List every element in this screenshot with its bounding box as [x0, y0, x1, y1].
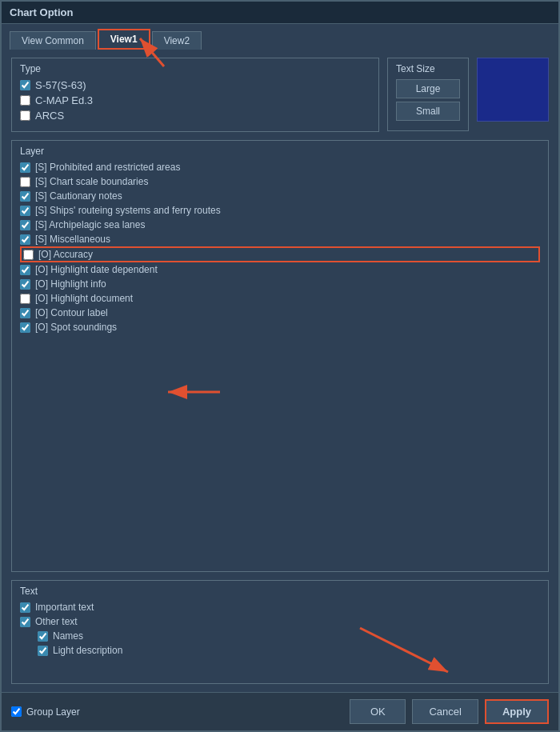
layer-archipelagic-checkbox[interactable] [20, 220, 30, 230]
layer-prohibited-checkbox[interactable] [20, 162, 30, 173]
layer-contour-checkbox[interactable] [20, 308, 30, 318]
layer-chart-scale: [S] Chart scale boundaries [20, 174, 540, 189]
text-list[interactable]: Important text Other text Names Light de… [20, 600, 543, 678]
ok-button[interactable]: OK [350, 699, 406, 724]
bottom-buttons: OK Cancel Apply [350, 699, 549, 724]
type-s57-label: S-57(S-63) [35, 79, 86, 91]
color-preview-box [477, 58, 549, 122]
layer-highlight-doc-label: [O] Highlight document [35, 293, 133, 304]
text-important-label: Important text [35, 602, 94, 613]
group-layer-label: Group Layer [26, 706, 80, 718]
bottom-bar: Group Layer OK Cancel Apply [2, 692, 558, 730]
text-important-checkbox[interactable] [20, 602, 30, 613]
layer-highlight-date-label: [O] Highlight date dependent [35, 264, 158, 275]
text-other-checkbox[interactable] [20, 617, 30, 627]
type-arcs-checkbox[interactable] [20, 110, 30, 121]
type-arcs-row: ARCS [20, 110, 370, 122]
text-light-desc-checkbox[interactable] [38, 646, 48, 656]
text-light-desc: Light description [20, 643, 543, 658]
layer-prohibited-label: [S] Prohibited and restricted areas [35, 162, 180, 173]
layer-spot-soundings: [O] Spot soundings [20, 320, 540, 334]
text-section: Text Important text Other text Names Lig… [11, 580, 549, 684]
layer-miscellaneous: [S] Miscellaneous [20, 232, 540, 246]
tab-bar: View Common View1 View2 [2, 24, 558, 50]
layer-section: Layer [S] Prohibited and restricted area… [11, 140, 549, 572]
layer-highlight-date: [O] Highlight date dependent [20, 262, 540, 277]
layer-accuracy: [O] Accuracy [20, 246, 540, 262]
text-names: Names [20, 629, 543, 643]
large-button[interactable]: Large [396, 79, 460, 98]
text-other-label: Other text [35, 616, 78, 627]
layer-cautionary: [S] Cautionary notes [20, 189, 540, 203]
layer-cautionary-checkbox[interactable] [20, 191, 30, 202]
group-layer-checkbox[interactable] [11, 706, 22, 717]
small-button[interactable]: Small [396, 102, 460, 121]
type-cmap-checkbox[interactable] [20, 95, 30, 106]
cancel-button[interactable]: Cancel [412, 699, 478, 724]
layer-accuracy-checkbox[interactable] [23, 250, 34, 260]
text-important: Important text [20, 600, 543, 614]
tab-view2[interactable]: View2 [152, 31, 202, 50]
tab-view-common[interactable]: View Common [10, 31, 96, 50]
top-section: Type S-57(S-63) C-MAP Ed.3 ARCS Text Siz… [11, 58, 549, 132]
type-arcs-label: ARCS [35, 110, 64, 122]
layer-spot-soundings-label: [O] Spot soundings [35, 322, 117, 333]
type-label: Type [20, 63, 370, 74]
text-size-group: Text Size Large Small [387, 58, 469, 131]
layer-highlight-date-checkbox[interactable] [20, 265, 30, 275]
text-names-checkbox[interactable] [38, 631, 48, 642]
layer-highlight-info: [O] Highlight info [20, 277, 540, 291]
layer-highlight-doc-checkbox[interactable] [20, 294, 30, 304]
layer-spot-soundings-checkbox[interactable] [20, 322, 30, 333]
text-light-desc-label: Light description [53, 645, 122, 656]
main-content: Type S-57(S-63) C-MAP Ed.3 ARCS Text Siz… [2, 50, 558, 692]
type-group: Type S-57(S-63) C-MAP Ed.3 ARCS [11, 58, 379, 132]
layer-archipelagic-label: [S] Archipelagic sea lanes [35, 219, 145, 230]
type-s57-row: S-57(S-63) [20, 79, 370, 91]
layer-chart-scale-label: [S] Chart scale boundaries [35, 176, 148, 187]
layer-contour: [O] Contour label [20, 306, 540, 320]
chart-option-window: Chart Option View Common View1 View2 Typ… [0, 0, 560, 732]
text-size-label: Text Size [396, 63, 460, 74]
layer-chart-scale-checkbox[interactable] [20, 177, 30, 187]
text-names-label: Names [53, 630, 83, 642]
layer-ships-routeing: [S] Ships' routeing systems and ferry ro… [20, 203, 540, 218]
layer-ships-routeing-label: [S] Ships' routeing systems and ferry ro… [35, 205, 221, 216]
tab-view1[interactable]: View1 [98, 29, 150, 50]
layer-ships-routeing-checkbox[interactable] [20, 206, 30, 216]
type-cmap-label: C-MAP Ed.3 [35, 94, 93, 106]
layer-highlight-info-label: [O] Highlight info [35, 278, 106, 290]
layer-prohibited: [S] Prohibited and restricted areas [20, 160, 540, 174]
text-label: Text [20, 586, 543, 597]
apply-button[interactable]: Apply [485, 699, 549, 724]
group-layer-row: Group Layer [11, 706, 80, 718]
title-bar: Chart Option [2, 2, 558, 24]
layer-miscellaneous-checkbox[interactable] [20, 234, 30, 245]
layer-accuracy-label: [O] Accuracy [38, 249, 93, 260]
layer-archipelagic: [S] Archipelagic sea lanes [20, 218, 540, 232]
window-title: Chart Option [10, 6, 73, 18]
layer-contour-label: [O] Contour label [35, 307, 108, 318]
layer-miscellaneous-label: [S] Miscellaneous [35, 234, 110, 245]
type-s57-checkbox[interactable] [20, 80, 30, 90]
layer-highlight-info-checkbox[interactable] [20, 279, 30, 290]
layer-highlight-doc: [O] Highlight document [20, 291, 540, 306]
layer-cautionary-label: [S] Cautionary notes [35, 190, 122, 202]
layer-label: Layer [20, 146, 543, 157]
layer-list[interactable]: [S] Prohibited and restricted areas [S] … [20, 160, 543, 566]
text-other: Other text [20, 614, 543, 629]
type-cmap-row: C-MAP Ed.3 [20, 94, 370, 106]
